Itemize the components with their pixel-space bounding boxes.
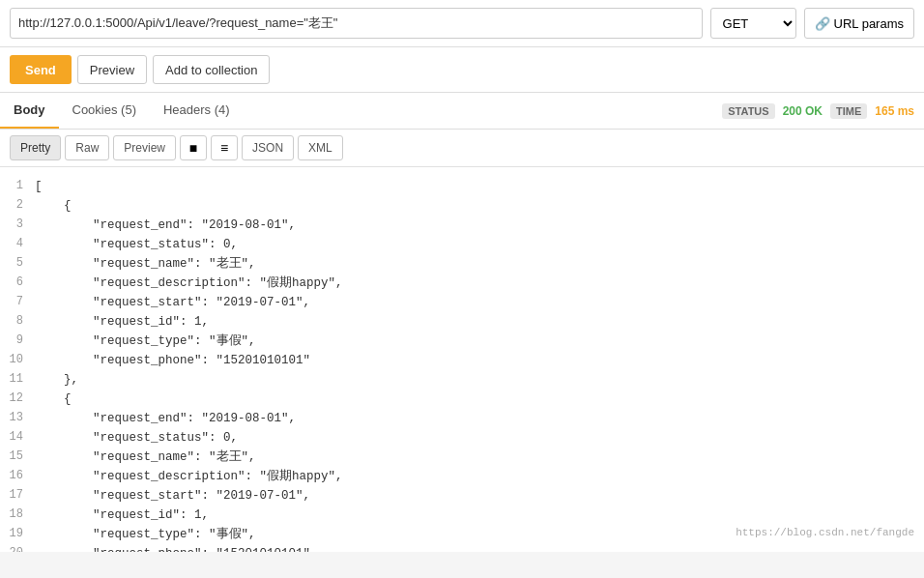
xml-button[interactable]: XML [298, 135, 343, 160]
code-line: 5 "request_name": "老王", [0, 254, 924, 274]
line-number: 19 [6, 525, 35, 544]
lines-icon-button[interactable]: ≡ [211, 135, 238, 160]
time-label: TIME [830, 103, 867, 119]
line-number: 13 [6, 409, 35, 428]
line-content: "request_type": "事假", [35, 525, 256, 544]
link-icon: 🔗 [815, 16, 830, 31]
line-content: { [35, 390, 72, 409]
line-content: "request_status": 0, [35, 235, 238, 254]
tab-headers[interactable]: Headers (4) [150, 93, 244, 129]
line-number: 16 [6, 467, 35, 486]
preview-button[interactable]: Preview [77, 55, 147, 84]
line-number: 11 [6, 370, 35, 390]
line-number: 5 [6, 254, 35, 274]
line-number: 14 [6, 428, 35, 448]
line-content: { [35, 196, 72, 216]
code-line: 14 "request_status": 0, [0, 428, 924, 448]
code-line: 17 "request_start": "2019-07-01", [0, 486, 924, 506]
url-input[interactable] [10, 8, 703, 39]
status-value: 200 OK [783, 104, 823, 118]
line-number: 1 [6, 177, 35, 196]
code-line: 20 "request_phone": "15201010101" [0, 544, 924, 552]
tab-body[interactable]: Body [0, 93, 59, 129]
line-content: "request_phone": "15201010101" [35, 544, 310, 552]
line-number: 18 [6, 506, 35, 525]
url-bar: GET POST PUT DELETE 🔗 URL params [0, 0, 924, 47]
line-number: 8 [6, 312, 35, 332]
code-line: 6 "request_description": "假期happy", [0, 274, 924, 293]
status-bar: STATUS 200 OK TIME 165 ms [712, 103, 924, 119]
format-toolbar: Pretty Raw Preview ■ ≡ JSON XML [0, 130, 924, 167]
url-params-button[interactable]: 🔗 URL params [804, 8, 914, 39]
code-line: 12 { [0, 390, 924, 409]
raw-button[interactable]: Raw [65, 135, 109, 160]
line-number: 20 [6, 544, 35, 552]
pretty-button[interactable]: Pretty [10, 135, 61, 160]
line-content: }, [35, 370, 78, 390]
line-number: 17 [6, 486, 35, 506]
response-tabs-bar: Body Cookies (5) Headers (4) STATUS 200 … [0, 93, 924, 130]
line-content: "request_phone": "15201010101" [35, 351, 310, 370]
code-area: 1[2 {3 "request_end": "2019-08-01",4 "re… [0, 167, 924, 552]
code-line: 10 "request_phone": "15201010101" [0, 351, 924, 370]
time-value: 165 ms [875, 104, 914, 118]
stop-icon: ■ [189, 140, 197, 156]
code-line: 16 "request_description": "假期happy", [0, 467, 924, 486]
status-label: STATUS [722, 103, 774, 119]
code-line: 15 "request_name": "老王", [0, 448, 924, 467]
line-content: "request_id": 1, [35, 506, 209, 525]
line-content: "request_id": 1, [35, 312, 209, 332]
line-content: "request_status": 0, [35, 428, 238, 448]
watermark: https://blog.csdn.net/fangde [736, 525, 914, 542]
method-select[interactable]: GET POST PUT DELETE [710, 8, 796, 39]
request-toolbar: Send Preview Add to collection [0, 47, 924, 93]
code-line: 2 { [0, 196, 924, 216]
stop-icon-button[interactable]: ■ [180, 135, 207, 160]
line-content: "request_name": "老王", [35, 254, 256, 274]
json-button[interactable]: JSON [242, 135, 294, 160]
code-line: 3 "request_end": "2019-08-01", [0, 216, 924, 235]
line-number: 12 [6, 390, 35, 409]
line-content: "request_description": "假期happy", [35, 274, 343, 293]
code-line: 7 "request_start": "2019-07-01", [0, 293, 924, 312]
line-number: 3 [6, 216, 35, 235]
line-number: 7 [6, 293, 35, 312]
code-line: 11 }, [0, 370, 924, 390]
line-number: 2 [6, 196, 35, 216]
line-number: 6 [6, 274, 35, 293]
line-content: "request_type": "事假", [35, 332, 256, 351]
line-content: [ [35, 177, 43, 196]
line-number: 15 [6, 448, 35, 467]
send-button[interactable]: Send [10, 55, 72, 84]
code-line: 9 "request_type": "事假", [0, 332, 924, 351]
line-content: "request_start": "2019-07-01", [35, 293, 310, 312]
line-number: 4 [6, 235, 35, 254]
add-to-collection-button[interactable]: Add to collection [153, 55, 270, 84]
line-content: "request_start": "2019-07-01", [35, 486, 310, 506]
code-line: 4 "request_status": 0, [0, 235, 924, 254]
preview-response-button[interactable]: Preview [113, 135, 176, 160]
tab-cookies[interactable]: Cookies (5) [59, 93, 150, 129]
code-line: 8 "request_id": 1, [0, 312, 924, 332]
line-number: 9 [6, 332, 35, 351]
line-number: 10 [6, 351, 35, 370]
code-line: 18 "request_id": 1, [0, 506, 924, 525]
line-content: "request_end": "2019-08-01", [35, 409, 296, 428]
code-line: 1[ [0, 177, 924, 196]
line-content: "request_end": "2019-08-01", [35, 216, 296, 235]
line-content: "request_name": "老王", [35, 448, 256, 467]
line-content: "request_description": "假期happy", [35, 467, 343, 486]
code-line: 13 "request_end": "2019-08-01", [0, 409, 924, 428]
url-params-label: URL params [834, 16, 904, 31]
lines-icon: ≡ [220, 140, 228, 156]
